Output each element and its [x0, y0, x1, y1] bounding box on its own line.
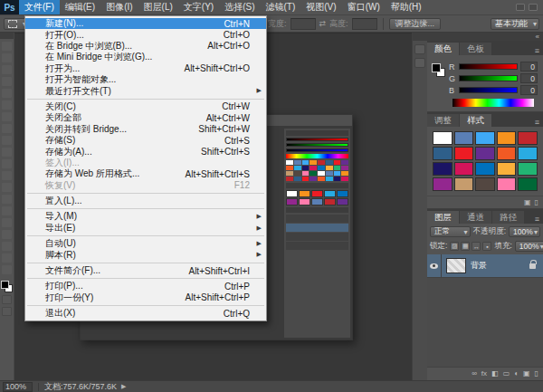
tool-hand-icon[interactable] [2, 253, 12, 263]
panel-foreground-background-swatch[interactable] [432, 63, 445, 77]
tool-pen-icon[interactable] [2, 206, 12, 215]
menubar-item-6[interactable]: 滤镜(T) [261, 0, 301, 14]
tool-clone-stamp-icon[interactable] [2, 136, 12, 145]
tool-zoom-icon[interactable] [2, 265, 12, 274]
file-menu-item-10[interactable]: 关闭并转到 Bridge...Shift+Ctrl+W [25, 124, 266, 135]
tool-dodge-icon[interactable] [2, 195, 12, 204]
menubar-item-7[interactable]: 视图(V) [300, 0, 341, 14]
style-swatch-13[interactable] [497, 162, 517, 176]
style-swatch-16[interactable] [454, 177, 474, 191]
style-swatch-17[interactable] [475, 177, 495, 191]
toolbar-header[interactable] [0, 33, 14, 39]
layer-mask-icon[interactable]: ◧ [491, 369, 499, 378]
lock-position-icon[interactable]: ↔ [472, 242, 481, 251]
tool-spot-heal-icon[interactable] [2, 112, 12, 121]
refine-edge-button[interactable]: 调整边缘... [389, 18, 442, 30]
file-menu-item-30[interactable]: 退出(X)Ctrl+Q [25, 308, 266, 319]
panel-menu-icon[interactable] [531, 46, 543, 55]
slider-track-g[interactable] [459, 75, 518, 81]
delete-layer-icon[interactable]: ▯ [535, 369, 538, 378]
status-options-arrow-icon[interactable] [121, 383, 126, 390]
menubar-item-3[interactable]: 图层(L) [138, 0, 178, 14]
style-swatch-5[interactable] [433, 147, 452, 160]
style-swatch-8[interactable] [497, 147, 517, 160]
opacity-dropdown[interactable]: 100% [509, 226, 540, 237]
file-menu-item-19[interactable]: 导入(M) [25, 211, 266, 222]
dock-header[interactable] [427, 33, 543, 41]
menubar-item-5[interactable]: 选择(S) [219, 0, 260, 14]
styles-panel-tab-1[interactable]: 样式 [460, 114, 491, 127]
new-style-icon[interactable]: ▣ [524, 198, 531, 207]
file-menu-item-22[interactable]: 自动(U) [25, 238, 266, 249]
zoom-level-field[interactable]: 100% [3, 382, 33, 392]
menubar-item-1[interactable]: 编辑(E) [60, 0, 100, 14]
lock-all-icon[interactable]: ▪ [482, 242, 491, 251]
file-menu-item-0[interactable]: 新建(N)...Ctrl+N [25, 18, 266, 29]
layers-panel-tab-1[interactable]: 通道 [460, 211, 491, 224]
tool-eraser-icon[interactable] [2, 159, 12, 168]
styles-panel-tab-0[interactable]: 调整 [427, 114, 459, 127]
slider-track-b[interactable] [459, 87, 518, 93]
delete-style-icon[interactable]: ▯ [535, 198, 538, 207]
quick-mask-icon[interactable] [2, 295, 12, 304]
style-swatch-12[interactable] [475, 162, 495, 176]
tool-gradient-icon[interactable] [2, 171, 12, 180]
blend-mode-dropdown[interactable]: 正常 [430, 226, 471, 237]
style-swatch-18[interactable] [497, 177, 517, 191]
style-swatch-2[interactable] [475, 131, 495, 145]
style-swatch-1[interactable] [454, 131, 474, 145]
style-swatch-9[interactable] [518, 147, 538, 160]
properties-icon[interactable] [414, 58, 425, 68]
tool-history-brush-icon[interactable] [2, 148, 12, 157]
titlebar-small-icon-2[interactable] [529, 4, 538, 11]
style-swatch-11[interactable] [454, 162, 474, 176]
panel-menu-icon[interactable] [531, 118, 543, 127]
file-menu-item-23[interactable]: 脚本(R) [25, 249, 266, 260]
layer-visibility-toggle[interactable] [427, 254, 442, 277]
file-menu-item-12[interactable]: 存储为(A)...Shift+Ctrl+S [25, 146, 266, 157]
menubar-item-8[interactable]: 窗口(W) [342, 0, 386, 14]
layer-thumbnail[interactable] [446, 258, 466, 273]
screen-mode-icon[interactable] [2, 307, 12, 316]
file-menu-item-17[interactable]: 置入(L)... [25, 196, 266, 206]
file-menu-item-9[interactable]: 关闭全部Alt+Ctrl+W [25, 112, 266, 123]
style-swatch-0[interactable] [433, 131, 452, 145]
panel-menu-icon[interactable] [531, 215, 543, 224]
layer-row[interactable]: 背景 [427, 254, 543, 278]
dock-strip-header[interactable] [413, 33, 427, 41]
adjustment-layer-icon[interactable]: ◐ [514, 369, 519, 378]
panel-foreground-swatch[interactable] [432, 63, 441, 72]
file-menu-item-2[interactable]: 在 Bridge 中浏览(B)...Alt+Ctrl+O [25, 41, 266, 52]
file-menu-item-28[interactable]: 打印一份(Y)Alt+Shift+Ctrl+P [25, 292, 266, 303]
tool-crop-icon[interactable] [2, 89, 12, 98]
tool-move-icon[interactable] [2, 42, 12, 51]
style-swatch-10[interactable] [433, 162, 452, 176]
new-layer-icon[interactable]: ▣ [523, 369, 530, 378]
style-swatch-19[interactable] [518, 177, 538, 191]
style-swatch-14[interactable] [518, 162, 538, 176]
menubar-item-0[interactable]: 文件(F) [19, 0, 60, 14]
style-swatch-7[interactable] [475, 147, 495, 160]
file-menu-item-6[interactable]: 最近打开文件(T) [25, 85, 266, 96]
color-panel-tab-1[interactable]: 色板 [460, 43, 491, 55]
file-menu-item-11[interactable]: 存储(S)Ctrl+S [25, 135, 266, 146]
collapse-dock-icon[interactable] [536, 33, 539, 41]
style-swatch-3[interactable] [497, 131, 517, 145]
file-menu-item-25[interactable]: 文件简介(F)...Alt+Shift+Ctrl+I [25, 265, 266, 276]
fill-dropdown[interactable]: 100% [515, 241, 543, 252]
foreground-color-swatch[interactable] [1, 281, 9, 289]
color-panel-tab-0[interactable]: 颜色 [427, 43, 459, 55]
color-spectrum-ramp[interactable] [452, 99, 534, 107]
tool-blur-icon[interactable] [2, 183, 12, 192]
titlebar-small-icon-1[interactable] [516, 4, 525, 11]
tool-rect-shape-icon[interactable] [2, 242, 12, 251]
lock-transparency-icon[interactable]: ▨ [450, 242, 459, 251]
file-menu-item-3[interactable]: 在 Mini Bridge 中浏览(G)... [25, 52, 266, 62]
style-swatch-4[interactable] [518, 131, 538, 145]
slider-value-field[interactable]: 0 [520, 62, 538, 72]
menubar-item-4[interactable]: 文字(Y) [178, 0, 219, 14]
file-menu-item-5[interactable]: 打开为智能对象... [25, 74, 266, 85]
link-icon[interactable]: ∞ [472, 369, 477, 378]
file-menu-item-27[interactable]: 打印(P)...Ctrl+P [25, 281, 266, 292]
layers-panel-tab-2[interactable]: 路径 [492, 211, 524, 224]
